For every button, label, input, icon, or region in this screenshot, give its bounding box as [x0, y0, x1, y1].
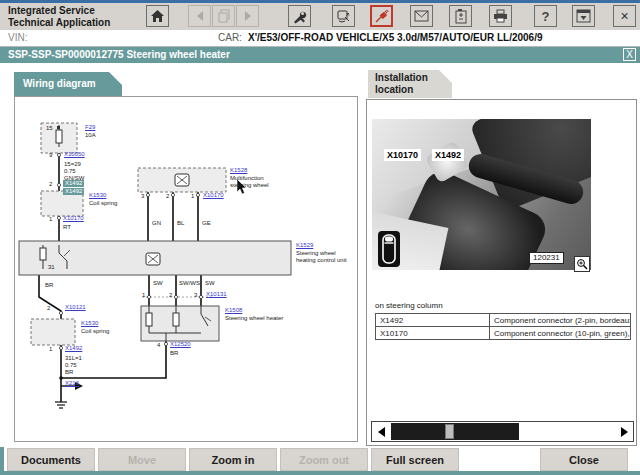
zoom-in-button[interactable]: Zoom in: [189, 448, 277, 471]
diagram-link-component[interactable]: K1530: [81, 320, 98, 327]
tab-installation-location[interactable]: Installation location: [368, 70, 452, 98]
scrollbar-left-arrow[interactable]: [372, 422, 390, 441]
vin-label: VIN:: [8, 32, 27, 43]
bottom-edge-strip: [0, 471, 640, 475]
tab-wiring-diagram-label: Wiring diagram: [23, 78, 96, 89]
diagram-pin-label: 4: [157, 342, 160, 349]
connection-plug-icon: [374, 9, 389, 24]
close-icon: ×: [620, 9, 628, 23]
diagram-terminal-label: 31: [48, 264, 55, 271]
documents-button[interactable]: Documents: [7, 448, 95, 471]
mail-icon: [414, 10, 429, 22]
window-button[interactable]: [572, 5, 595, 27]
diagram-link-component[interactable]: K1508: [225, 307, 242, 314]
photo-image-number: 120231: [529, 252, 564, 264]
forward-button[interactable]: [236, 5, 259, 27]
diagram-wire-label: RT: [63, 224, 71, 231]
back-icon: [194, 10, 206, 22]
diagram-terminal-label: 15: [46, 125, 53, 132]
connector-desc-cell: Component connector (2-pin, bordeaux): [490, 314, 631, 327]
diagram-pin-label: 2: [49, 181, 52, 188]
connector-desc-cell: Component connector (10-pin, green),: [490, 327, 631, 340]
photo-zoom-button[interactable]: [574, 256, 590, 272]
diagram-link-connector[interactable]: X10170: [203, 192, 224, 199]
document-title: SSP-SSP-SP0000012775 Steering wheel heat…: [8, 49, 230, 60]
home-button[interactable]: [146, 5, 169, 27]
diagram-link-connector[interactable]: X1492: [65, 345, 82, 352]
zoom-out-button[interactable]: Zoom out: [280, 448, 368, 471]
right-arrow-icon: [621, 427, 628, 437]
diagram-component-label: Coil spring: [89, 200, 117, 207]
diagram-link-component[interactable]: K1528: [230, 167, 247, 174]
diagram-wire-label: 0.75: [64, 168, 76, 175]
app-title: Integrated Service Technical Application: [8, 5, 110, 29]
car-value: X'/E53/OFF-ROAD VEHICLE/X5 3.0d/M57/AUTO…: [248, 32, 543, 43]
diagram-link-connector[interactable]: X10121: [65, 304, 86, 311]
main-toolbar: Integrated Service Technical Application…: [0, 3, 640, 31]
diagram-highlighted-connector[interactable]: X1492: [63, 188, 84, 195]
diagram-highlighted-connector[interactable]: X1492: [63, 180, 84, 187]
close-app-button[interactable]: ×: [613, 5, 636, 27]
diagram-wire-label: GN: [152, 220, 161, 227]
back-button[interactable]: [188, 5, 211, 27]
move-button[interactable]: Move: [98, 448, 186, 471]
battery-button[interactable]: [449, 5, 472, 27]
help-button[interactable]: ?: [534, 5, 557, 27]
operating-mode-button[interactable]: [332, 5, 355, 27]
left-arrow-icon: [378, 427, 385, 437]
diagram-link-splice[interactable]: X216: [65, 380, 79, 387]
print-button[interactable]: [489, 5, 512, 27]
document-close-button[interactable]: X: [623, 48, 636, 61]
installation-location-panel: X10170 X1492 120231 on steering column X…: [366, 99, 637, 446]
wiring-diagram-panel: 15 F29 10A 9 X10050 15=29 0.75 GN/SW 2 X…: [14, 96, 358, 442]
tab-wiring-diagram[interactable]: Wiring diagram: [14, 72, 122, 97]
wrench-icon: [292, 9, 307, 24]
diagram-link-connector[interactable]: X10170: [63, 215, 84, 222]
forward-icon: [242, 10, 254, 22]
close-button[interactable]: Close: [540, 448, 628, 471]
connector-table: X1492 Component connector (2-pin, bordea…: [375, 313, 631, 340]
diagram-link-connector[interactable]: X10131: [206, 291, 227, 298]
diagram-pin-label: 2: [169, 292, 172, 299]
diagram-link-connector[interactable]: X10050: [64, 151, 85, 158]
diagram-fuse-rating: 10A: [85, 132, 96, 139]
tab-installation-label2: location: [375, 84, 452, 96]
window-minimize-icon: [576, 9, 591, 23]
car-label: CAR:: [218, 32, 242, 43]
diagram-link-component[interactable]: K1530: [89, 192, 106, 199]
connector-name-cell: X1492: [376, 314, 490, 327]
magnifier-icon: [576, 258, 588, 270]
tools-button[interactable]: [288, 5, 311, 27]
diagram-link-fuse[interactable]: F29: [85, 124, 95, 131]
photo-connector-label: X10170: [384, 149, 421, 161]
battery-icon: [455, 8, 467, 24]
diagram-wire-label: GE: [202, 220, 211, 227]
diagram-wire-label: 31L=1: [65, 355, 82, 362]
diagram-wire-label: 15=29: [64, 161, 81, 168]
horizontal-scrollbar[interactable]: [371, 421, 634, 442]
connector-name-cell: X10170: [376, 327, 490, 340]
messages-button[interactable]: [410, 5, 433, 27]
full-screen-button[interactable]: Full screen: [371, 448, 459, 471]
diagram-pin-label: 2: [47, 305, 50, 312]
vehicle-connection-button[interactable]: [370, 5, 393, 27]
table-row[interactable]: X1492 Component connector (2-pin, bordea…: [376, 314, 631, 327]
help-icon: ?: [542, 9, 550, 24]
diagram-link-connector[interactable]: X12520: [170, 341, 191, 348]
diagram-wire-label: BL: [177, 220, 184, 227]
history-button[interactable]: [212, 5, 235, 27]
diagram-link-component[interactable]: K1529: [296, 242, 313, 249]
diagram-pin-label: 3: [194, 292, 197, 299]
diagram-pin-label: 1: [49, 216, 52, 223]
operating-mode-icon: [336, 9, 351, 24]
tab-installation-label1: Installation: [375, 72, 452, 84]
printer-icon: [493, 9, 508, 23]
diagram-wire-label: SW: [205, 280, 215, 287]
table-row[interactable]: X10170 Component connector (10-pin, gree…: [376, 327, 631, 340]
diagram-pin-label: 1: [191, 193, 194, 200]
scrollbar-thumb[interactable]: [445, 424, 454, 439]
pages-icon: [217, 9, 231, 23]
diagram-wire-label: BR: [45, 282, 53, 289]
scrollbar-right-arrow[interactable]: [615, 422, 633, 441]
diagram-wire-label: 0.75: [65, 362, 77, 369]
